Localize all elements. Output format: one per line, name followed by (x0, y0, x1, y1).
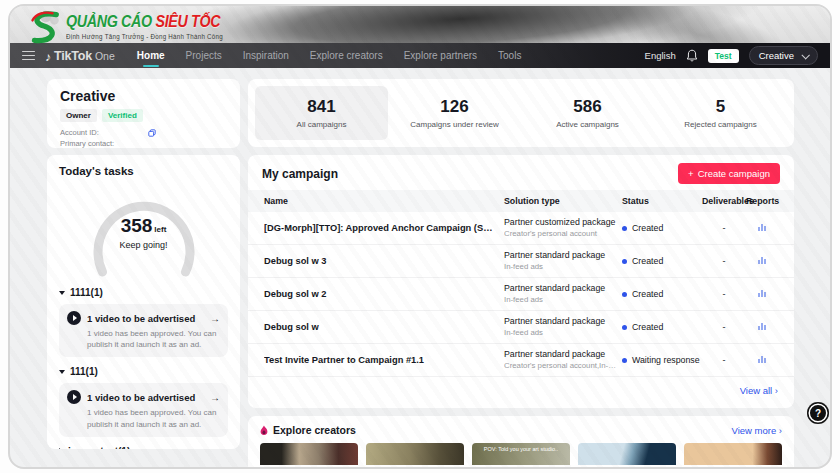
reports-chart-icon[interactable] (757, 321, 767, 331)
nav-item-tools[interactable]: Tools (498, 50, 521, 61)
watermark-tagline: Định Hướng Tăng Trưởng - Đồng Hành Thành… (66, 33, 240, 40)
creator-thumbnail[interactable]: POV: Told you your art studio.. (472, 443, 570, 465)
collapse-arrow-icon (59, 370, 65, 374)
my-campaign-title: My campaign (262, 167, 338, 181)
nav-item-home[interactable]: Home (137, 50, 165, 61)
stat-all-campaigns[interactable]: 841 All campaigns (255, 86, 388, 140)
reports-chart-icon[interactable] (757, 222, 767, 232)
gauge-count: 358 (121, 215, 153, 236)
nav-item-projects[interactable]: Projects (186, 50, 222, 61)
explore-creators-title: Explore creators (273, 424, 356, 436)
profile-card: Creative Owner Verified Account ID: Prim… (47, 79, 240, 148)
campaign-table-header: Name Solution type Status Deliverables R… (248, 190, 794, 212)
stat-rejected-campaigns[interactable]: 5 Rejected campaigns (654, 86, 787, 140)
nav-item-explore-creators[interactable]: Explore creators (310, 50, 383, 61)
task-group-1111[interactable]: 1111(1) (59, 287, 228, 298)
play-icon (67, 390, 81, 404)
status-dot (622, 226, 627, 231)
my-campaign-card: My campaign + Create campaign Name Solut… (248, 155, 794, 408)
nav-items: Home Projects Inspiration Explore creato… (137, 50, 522, 61)
creator-thumbnail[interactable] (260, 443, 358, 465)
stat-campaigns-under-review[interactable]: 126 Campaigns under review (388, 86, 521, 140)
task-group-111[interactable]: 111(1) (59, 366, 228, 377)
status-dot (622, 292, 627, 297)
view-all-link[interactable]: View all › (740, 385, 778, 396)
collapse-arrow-icon (59, 291, 65, 295)
nav-item-explore-partners[interactable]: Explore partners (404, 50, 477, 61)
campaign-row[interactable]: Debug sol w Partner standard packageIn-f… (248, 311, 794, 344)
reports-chart-icon[interactable] (757, 288, 767, 298)
nav-item-inspiration[interactable]: Inspiration (243, 50, 289, 61)
arrow-right-icon[interactable]: → (210, 392, 220, 403)
reports-chart-icon[interactable] (757, 255, 767, 265)
account-id-label: Account ID: (60, 127, 148, 138)
task-card-video-to-advertise[interactable]: 1 video to be advertised → 1 video has b… (59, 304, 228, 357)
campaign-row[interactable]: Test Invite Partner to Campaign #1.1 Par… (248, 344, 794, 377)
status-badge: Created (622, 322, 702, 332)
creator-thumbnail[interactable] (366, 443, 464, 465)
notifications-bell-icon[interactable] (686, 49, 698, 62)
campaign-row[interactable]: [DG-Morph][TTO]: Approved Anchor Campaig… (248, 212, 794, 245)
chevron-down-icon (801, 51, 809, 59)
primary-contact-label: Primary contact: (60, 138, 148, 149)
status-badge: Waiting response (622, 355, 702, 365)
hamburger-menu-icon[interactable] (22, 51, 35, 61)
status-badge: Created (622, 289, 702, 299)
verified-badge: Verified (102, 109, 143, 122)
todays-tasks-card: Today's tasks 358left Keep going! 1111(1… (47, 155, 240, 449)
tasks-title: Today's tasks (59, 165, 228, 177)
plus-icon: + (688, 168, 694, 179)
creator-thumbnails: POV: Told you your art studio.. (260, 443, 782, 465)
task-card-video-to-advertise[interactable]: 1 video to be advertised → 1 video has b… (59, 383, 228, 436)
play-icon (67, 311, 81, 325)
tasks-gauge: 358left Keep going! (79, 181, 209, 278)
view-more-link[interactable]: View more › (731, 425, 782, 436)
status-dot (622, 259, 627, 264)
explore-creators-card: Explore creators View more › POV: Told y… (248, 416, 794, 469)
campaign-row[interactable]: Debug sol w 3 Partner standard packageIn… (248, 245, 794, 278)
status-badge: Created (622, 256, 702, 266)
top-navbar: ♪ TikTok One Home Projects Inspiration E… (10, 43, 830, 68)
gauge-message: Keep going! (79, 240, 209, 250)
watermark-logo: QUẢNG CÁO SIÊU TỐC Định Hướng Tăng Trưởn… (24, 8, 250, 46)
account-dropdown[interactable]: Creative (749, 46, 818, 65)
stat-active-campaigns[interactable]: 586 Active campaigns (521, 86, 654, 140)
status-badge: Created (622, 223, 702, 233)
account-dropdown-label: Creative (759, 50, 794, 61)
test-environment-badge: Test (708, 49, 739, 63)
copy-icon[interactable] (148, 129, 156, 137)
creator-thumbnail[interactable] (684, 443, 782, 465)
owner-badge: Owner (60, 109, 97, 122)
create-campaign-button[interactable]: + Create campaign (678, 163, 780, 184)
watermark-swoosh-2 (565, 6, 830, 43)
help-button[interactable]: ? (807, 402, 829, 424)
task-group-jonny-test[interactable]: jonny_test(1) (59, 446, 228, 449)
reports-chart-icon[interactable] (757, 354, 767, 364)
creator-thumbnail[interactable] (578, 443, 676, 465)
app-window: QUẢNG CÁO SIÊU TỐC Định Hướng Tăng Trưởn… (8, 4, 832, 469)
campaign-row[interactable]: Debug sol w 2 Partner standard packageIn… (248, 278, 794, 311)
tiktok-one-logo[interactable]: ♪ TikTok One (45, 49, 115, 63)
flame-icon (260, 425, 268, 436)
status-dot (622, 358, 627, 363)
tiktok-note-icon: ♪ (45, 51, 51, 63)
agency-s-logo-icon (24, 8, 62, 46)
profile-name: Creative (60, 88, 227, 104)
campaign-stats-card: 841 All campaigns 126 Campaigns under re… (248, 79, 794, 147)
expand-arrow-icon (59, 448, 63, 449)
arrow-right-icon[interactable]: → (210, 313, 220, 324)
language-selector[interactable]: English (645, 50, 676, 61)
watermark-brand: QUẢNG CÁO SIÊU TỐC (66, 12, 220, 32)
status-dot (622, 325, 627, 330)
